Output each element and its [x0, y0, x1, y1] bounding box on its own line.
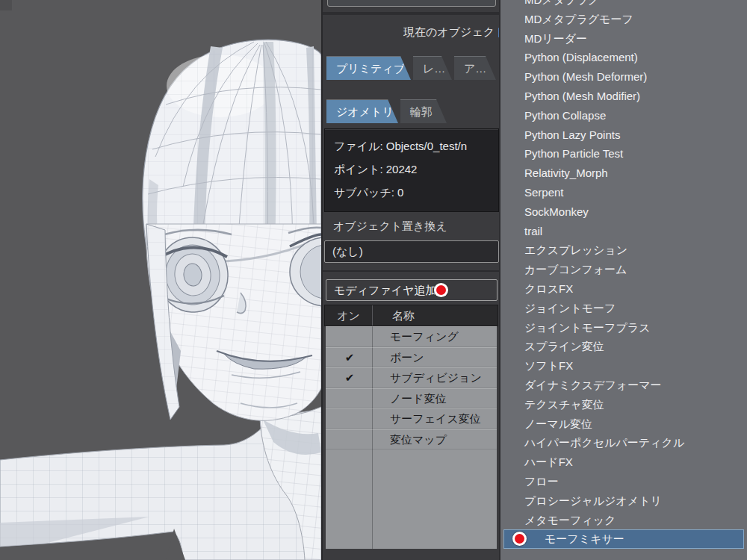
wireframe-model-image: [0, 0, 321, 560]
column-header-name[interactable]: 名称: [373, 305, 498, 326]
modifier-menu-item[interactable]: カーブコンフォーム: [500, 260, 747, 279]
modifier-table-row[interactable]: サーフェイス変位: [326, 408, 497, 429]
modifier-menu-item-label: ジョイントモーフプラス: [524, 321, 651, 334]
modifier-menu-item-label: プロシージャルジオメトリ: [524, 494, 662, 507]
modifier-menu-item-label: エクスプレッション: [524, 243, 627, 256]
modifier-table-row[interactable]: モーフィング: [326, 326, 497, 347]
modifier-menu-item-label: メタモーフィック: [524, 514, 616, 526]
modifier-menu-item[interactable]: MDリーダー: [500, 29, 747, 49]
viewport-3d[interactable]: [0, 0, 321, 560]
modifier-row-name: ノード変位: [390, 389, 447, 408]
modifier-menu-item-label: フロー: [524, 475, 559, 488]
modifier-menu-item[interactable]: ジョイントモーフプラス: [500, 318, 747, 337]
modifier-menu-list: MDメタプラグMDメタプラグモーフMDリーダーPython (Displacem…: [500, 0, 747, 549]
modifier-menu-item[interactable]: Relativity_Morph: [500, 164, 747, 183]
cutoff-top-button[interactable]: [327, 0, 496, 7]
points-info: ポイント: 20242: [334, 161, 498, 184]
modifier-menu-item-label: Python Lazy Points: [524, 128, 620, 141]
modifier-menu-item-label: ソフトFX: [524, 359, 573, 372]
modifier-menu-item-label: ジョイントモーフ: [524, 302, 616, 314]
modifier-row-name: サブディビジョン: [390, 368, 482, 388]
modifier-menu-item-label: クロスFX: [524, 282, 573, 295]
modifier-menu-item[interactable]: trail: [500, 222, 747, 241]
modifier-menu-item-label: スプライン変位: [524, 340, 604, 352]
modifier-menu-item-label: MDメタプラグ: [524, 0, 599, 6]
modifier-menu-item[interactable]: フロー: [500, 472, 747, 491]
modifier-menu-item-label: MDメタプラグモーフ: [524, 13, 633, 25]
modifier-menu-item-label: ダイナミクスデフォーマー: [524, 379, 662, 391]
modifier-menu-item[interactable]: Python (Displacement): [500, 48, 747, 67]
modifier-menu-item-label: ハードFX: [524, 455, 573, 468]
tab-primitive[interactable]: プリミティブ: [326, 56, 411, 80]
object-replace-label: オブジェクト置き換え: [333, 220, 447, 234]
modifier-menu-item-label: Python (Mesh Deformer): [524, 70, 647, 83]
modifier-menu-item[interactable]: エクスプレッション: [500, 240, 747, 260]
add-modifier-button[interactable]: モディファイヤ追加: [326, 279, 498, 301]
modifier-menu-item-label: テクスチャ変位: [524, 398, 604, 411]
modifier-menu-item-label: モーフミキサー: [545, 532, 624, 545]
modifier-menu-item[interactable]: プロシージャルジオメトリ: [500, 491, 747, 511]
check-icon[interactable]: ✔: [341, 368, 359, 388]
subpatch-info: サブパッチ: 0: [334, 184, 498, 208]
tab-row-primary: プリミティブ レ… ア…: [323, 56, 499, 80]
modifier-menu-item[interactable]: Serpent: [500, 183, 747, 202]
cursor-dot-icon: [515, 534, 524, 544]
tab-render-truncated[interactable]: レ…: [413, 56, 452, 80]
modifier-table-row[interactable]: ノード変位: [326, 388, 497, 409]
check-icon[interactable]: ✔: [341, 348, 359, 367]
modifier-menu-item-label: カーブコンフォーム: [524, 263, 627, 276]
modifier-row-name: モーフィング: [390, 327, 459, 346]
modifier-menu-item[interactable]: Python Particle Test: [500, 144, 747, 164]
modifier-menu-item[interactable]: ソフトFX: [500, 356, 747, 376]
object-replace-dropdown[interactable]: (なし): [324, 240, 499, 263]
modifier-menu-item-label: SockMonkey: [524, 205, 589, 218]
geometry-info-box: ファイル: Objects/0_test/n ポイント: 20242 サブパッチ…: [324, 128, 499, 212]
modifier-menu-item[interactable]: Python (Mesh Modifier): [500, 87, 747, 106]
tab-geometry[interactable]: ジオメトリ: [326, 99, 398, 123]
modifier-row-name: ボーン: [390, 348, 424, 367]
modifier-menu-item[interactable]: MDメタプラグモーフ: [500, 10, 747, 29]
modifier-menu-item[interactable]: Python Collapse: [500, 106, 747, 125]
modifier-row-name: サーフェイス変位: [390, 409, 481, 429]
modifier-menu-item[interactable]: テクスチャ変位: [500, 395, 747, 414]
tab-row-secondary: ジオメトリ 輪郭: [323, 99, 499, 123]
modifier-menu-item-label: trail: [524, 225, 542, 237]
modifier-menu-item[interactable]: SockMonkey: [500, 202, 747, 222]
modifier-table-row[interactable]: ✔サブディビジョン: [326, 367, 497, 388]
modifier-menu-item-label: Python Collapse: [524, 109, 606, 122]
modifier-menu-item-label: Serpent: [524, 186, 564, 199]
modifier-menu-item[interactable]: ノーマル変位: [500, 414, 747, 434]
panel-separator: [323, 12, 499, 15]
cursor-dot-icon: [436, 285, 446, 295]
panel-groove: [323, 270, 499, 272]
file-info: ファイル: Objects/0_test/n: [334, 138, 498, 161]
modifier-menu-item[interactable]: Python (Mesh Deformer): [500, 67, 747, 87]
modifier-table-row[interactable]: 変位マップ: [326, 429, 497, 450]
modifier-menu-item-label: ノーマル変位: [524, 417, 592, 430]
modifier-menu-item[interactable]: ハードFX: [500, 452, 747, 472]
modifier-menu-item-label: Python (Mesh Modifier): [524, 90, 640, 102]
modifier-table-header: オン 名称: [324, 305, 498, 326]
tab-item-truncated[interactable]: ア…: [454, 56, 496, 80]
modifier-menu-item-label: ハイパーポクセルパーティクル: [524, 436, 684, 449]
modifier-menu-item-label: Python Particle Test: [524, 147, 623, 160]
modifier-menu-item[interactable]: メタモーフィック: [500, 511, 747, 530]
modifier-menu-item[interactable]: モーフミキサー: [503, 529, 744, 549]
modifier-menu-item-label: Python (Displacement): [524, 51, 638, 63]
modifier-menu-item-label: Relativity_Morph: [524, 167, 608, 179]
column-header-on[interactable]: オン: [325, 305, 373, 326]
modifier-menu-item[interactable]: ジョイントモーフ: [500, 299, 747, 318]
modifier-menu-item[interactable]: ハイパーポクセルパーティクル: [500, 433, 747, 452]
current-object-label: 現在のオブジェクト: [403, 25, 499, 40]
modifier-menu-item[interactable]: Python Lazy Points: [500, 125, 747, 145]
modifier-row-name: 変位マップ: [390, 430, 447, 449]
modifier-menu-item[interactable]: クロスFX: [500, 279, 747, 299]
object-properties-panel: 現在のオブジェクト プリミティブ レ… ア… ジオメトリ 輪郭 ファイル: Ob…: [321, 0, 499, 560]
modifier-menu-item[interactable]: スプライン変位: [500, 337, 747, 356]
modifier-table: モーフィング✔ボーン✔サブディビジョンノード変位サーフェイス変位変位マップ: [326, 326, 497, 549]
modifier-table-row[interactable]: ✔ボーン: [326, 347, 497, 368]
modifier-menu-item[interactable]: MDメタプラグ: [500, 0, 747, 10]
modifier-dropdown-menu: MDメタプラグMDメタプラグモーフMDリーダーPython (Displacem…: [499, 0, 747, 560]
modifier-menu-item[interactable]: ダイナミクスデフォーマー: [500, 376, 747, 395]
tab-outline[interactable]: 輪郭: [400, 99, 447, 123]
